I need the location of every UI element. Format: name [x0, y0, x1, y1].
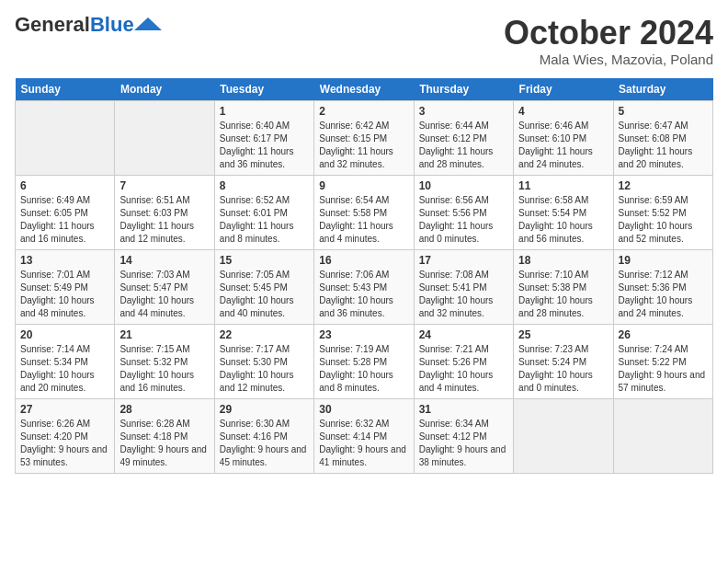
col-header-thursday: Thursday — [414, 78, 513, 101]
col-header-saturday: Saturday — [613, 78, 712, 101]
day-cell: 5Sunrise: 6:47 AMSunset: 6:08 PMDaylight… — [613, 100, 712, 175]
day-detail: Sunrise: 6:52 AMSunset: 6:01 PMDaylight:… — [220, 194, 309, 246]
location: Mala Wies, Mazovia, Poland — [504, 52, 713, 67]
day-cell: 6Sunrise: 6:49 AMSunset: 6:05 PMDaylight… — [16, 175, 115, 249]
page-header: GeneralBlue October 2024 Mala Wies, Mazo… — [15, 15, 713, 67]
month-title: October 2024 — [504, 15, 713, 52]
calendar-table: SundayMondayTuesdayWednesdayThursdayFrid… — [15, 78, 713, 474]
day-detail: Sunrise: 7:23 AMSunset: 5:24 PMDaylight:… — [518, 343, 608, 395]
day-detail: Sunrise: 7:17 AMSunset: 5:30 PMDaylight:… — [220, 343, 309, 395]
day-cell: 21Sunrise: 7:15 AMSunset: 5:32 PMDayligh… — [115, 324, 214, 398]
day-detail: Sunrise: 6:46 AMSunset: 6:10 PMDaylight:… — [518, 120, 608, 171]
col-header-monday: Monday — [115, 78, 214, 101]
day-cell: 20Sunrise: 7:14 AMSunset: 5:34 PMDayligh… — [16, 324, 115, 398]
day-cell: 22Sunrise: 7:17 AMSunset: 5:30 PMDayligh… — [214, 324, 313, 398]
col-header-tuesday: Tuesday — [214, 78, 313, 101]
day-number: 19 — [619, 254, 708, 267]
day-number: 23 — [319, 328, 408, 341]
day-detail: Sunrise: 6:51 AMSunset: 6:03 PMDaylight:… — [119, 194, 209, 246]
day-number: 6 — [20, 179, 109, 192]
day-cell: 9Sunrise: 6:54 AMSunset: 5:58 PMDaylight… — [314, 175, 414, 249]
day-detail: Sunrise: 6:54 AMSunset: 5:58 PMDaylight:… — [319, 194, 408, 246]
day-detail: Sunrise: 7:08 AMSunset: 5:41 PMDaylight:… — [419, 269, 508, 320]
day-cell — [613, 398, 712, 473]
day-number: 8 — [220, 179, 309, 192]
day-number: 26 — [619, 328, 708, 341]
day-cell: 29Sunrise: 6:30 AMSunset: 4:16 PMDayligh… — [214, 398, 313, 473]
day-cell — [16, 100, 115, 175]
day-detail: Sunrise: 6:42 AMSunset: 6:15 PMDaylight:… — [319, 120, 408, 171]
day-number: 24 — [419, 328, 508, 341]
day-detail: Sunrise: 7:06 AMSunset: 5:43 PMDaylight:… — [319, 269, 408, 320]
day-cell: 1Sunrise: 6:40 AMSunset: 6:17 PMDaylight… — [214, 100, 313, 175]
day-detail: Sunrise: 6:28 AMSunset: 4:18 PMDaylight:… — [119, 418, 209, 469]
week-row-1: 1Sunrise: 6:40 AMSunset: 6:17 PMDaylight… — [16, 100, 713, 175]
day-cell: 15Sunrise: 7:05 AMSunset: 5:45 PMDayligh… — [214, 249, 313, 324]
day-cell: 23Sunrise: 7:19 AMSunset: 5:28 PMDayligh… — [314, 324, 414, 398]
day-cell: 28Sunrise: 6:28 AMSunset: 4:18 PMDayligh… — [115, 398, 214, 473]
day-detail: Sunrise: 6:59 AMSunset: 5:52 PMDaylight:… — [619, 194, 708, 246]
col-header-sunday: Sunday — [16, 78, 115, 101]
week-row-3: 13Sunrise: 7:01 AMSunset: 5:49 PMDayligh… — [16, 249, 713, 324]
day-number: 21 — [119, 328, 209, 341]
day-detail: Sunrise: 7:05 AMSunset: 5:45 PMDaylight:… — [220, 269, 309, 320]
day-detail: Sunrise: 6:34 AMSunset: 4:12 PMDaylight:… — [419, 418, 508, 469]
day-cell: 24Sunrise: 7:21 AMSunset: 5:26 PMDayligh… — [414, 324, 513, 398]
day-number: 27 — [20, 403, 109, 416]
day-number: 18 — [518, 254, 608, 267]
day-number: 16 — [319, 254, 408, 267]
day-number: 22 — [220, 328, 309, 341]
day-detail: Sunrise: 7:19 AMSunset: 5:28 PMDaylight:… — [319, 343, 408, 395]
day-cell: 12Sunrise: 6:59 AMSunset: 5:52 PMDayligh… — [613, 175, 712, 249]
day-cell: 25Sunrise: 7:23 AMSunset: 5:24 PMDayligh… — [514, 324, 613, 398]
day-number: 11 — [518, 179, 608, 192]
day-cell: 7Sunrise: 6:51 AMSunset: 6:03 PMDaylight… — [115, 175, 214, 249]
logo-blue: Blue — [90, 13, 134, 36]
day-number: 12 — [619, 179, 708, 192]
day-number: 15 — [220, 254, 309, 267]
day-number: 1 — [220, 105, 309, 118]
logo-general: General — [15, 13, 90, 36]
day-detail: Sunrise: 6:40 AMSunset: 6:17 PMDaylight:… — [220, 120, 309, 171]
day-number: 13 — [20, 254, 109, 267]
day-cell — [115, 100, 214, 175]
day-cell: 31Sunrise: 6:34 AMSunset: 4:12 PMDayligh… — [414, 398, 513, 473]
day-cell: 19Sunrise: 7:12 AMSunset: 5:36 PMDayligh… — [613, 249, 712, 324]
week-row-5: 27Sunrise: 6:26 AMSunset: 4:20 PMDayligh… — [16, 398, 713, 473]
day-cell: 16Sunrise: 7:06 AMSunset: 5:43 PMDayligh… — [314, 249, 414, 324]
day-cell: 26Sunrise: 7:24 AMSunset: 5:22 PMDayligh… — [613, 324, 712, 398]
day-detail: Sunrise: 6:56 AMSunset: 5:56 PMDaylight:… — [419, 194, 508, 246]
day-number: 9 — [319, 179, 408, 192]
day-number: 10 — [419, 179, 508, 192]
svg-marker-0 — [134, 17, 162, 30]
day-detail: Sunrise: 7:24 AMSunset: 5:22 PMDaylight:… — [619, 343, 708, 395]
col-header-wednesday: Wednesday — [314, 78, 414, 101]
day-number: 5 — [619, 105, 708, 118]
day-detail: Sunrise: 6:30 AMSunset: 4:16 PMDaylight:… — [220, 418, 309, 469]
day-number: 25 — [518, 328, 608, 341]
day-number: 30 — [319, 403, 408, 416]
day-cell: 4Sunrise: 6:46 AMSunset: 6:10 PMDaylight… — [514, 100, 613, 175]
week-row-4: 20Sunrise: 7:14 AMSunset: 5:34 PMDayligh… — [16, 324, 713, 398]
day-number: 29 — [220, 403, 309, 416]
day-detail: Sunrise: 6:47 AMSunset: 6:08 PMDaylight:… — [619, 120, 708, 171]
day-detail: Sunrise: 6:26 AMSunset: 4:20 PMDaylight:… — [20, 418, 109, 469]
day-number: 4 — [518, 105, 608, 118]
day-detail: Sunrise: 6:44 AMSunset: 6:12 PMDaylight:… — [419, 120, 508, 171]
day-number: 2 — [319, 105, 408, 118]
day-detail: Sunrise: 7:01 AMSunset: 5:49 PMDaylight:… — [20, 269, 109, 320]
col-header-friday: Friday — [514, 78, 613, 101]
day-number: 20 — [20, 328, 109, 341]
day-detail: Sunrise: 6:32 AMSunset: 4:14 PMDaylight:… — [319, 418, 408, 469]
day-number: 7 — [119, 179, 209, 192]
day-cell: 17Sunrise: 7:08 AMSunset: 5:41 PMDayligh… — [414, 249, 513, 324]
day-cell: 10Sunrise: 6:56 AMSunset: 5:56 PMDayligh… — [414, 175, 513, 249]
logo: GeneralBlue — [15, 15, 162, 35]
day-cell: 27Sunrise: 6:26 AMSunset: 4:20 PMDayligh… — [16, 398, 115, 473]
day-cell: 3Sunrise: 6:44 AMSunset: 6:12 PMDaylight… — [414, 100, 513, 175]
day-detail: Sunrise: 7:15 AMSunset: 5:32 PMDaylight:… — [119, 343, 209, 395]
day-number: 28 — [119, 403, 209, 416]
day-cell: 14Sunrise: 7:03 AMSunset: 5:47 PMDayligh… — [115, 249, 214, 324]
day-detail: Sunrise: 7:12 AMSunset: 5:36 PMDaylight:… — [619, 269, 708, 320]
day-detail: Sunrise: 7:10 AMSunset: 5:38 PMDaylight:… — [518, 269, 608, 320]
